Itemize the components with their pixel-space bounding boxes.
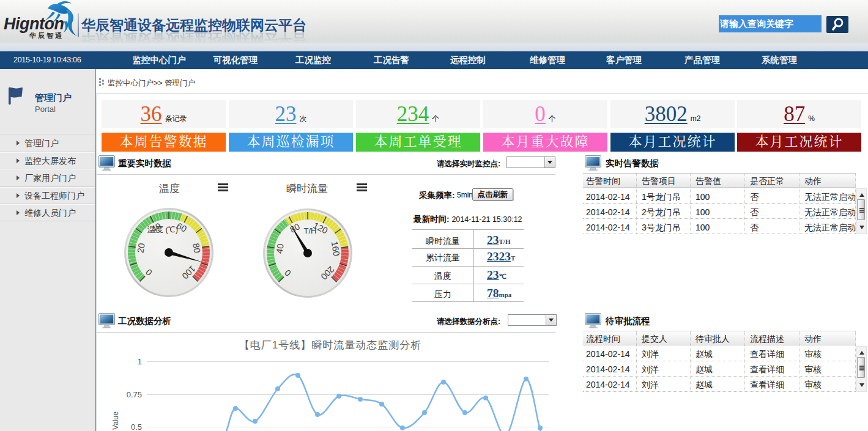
svg-text:80: 80 (191, 243, 202, 254)
svg-text:20: 20 (135, 243, 146, 254)
svg-text:40: 40 (274, 243, 285, 254)
svg-text:温度 (℃): 温度 (℃) (147, 225, 178, 234)
svg-text:T/H: T/H (304, 226, 317, 235)
